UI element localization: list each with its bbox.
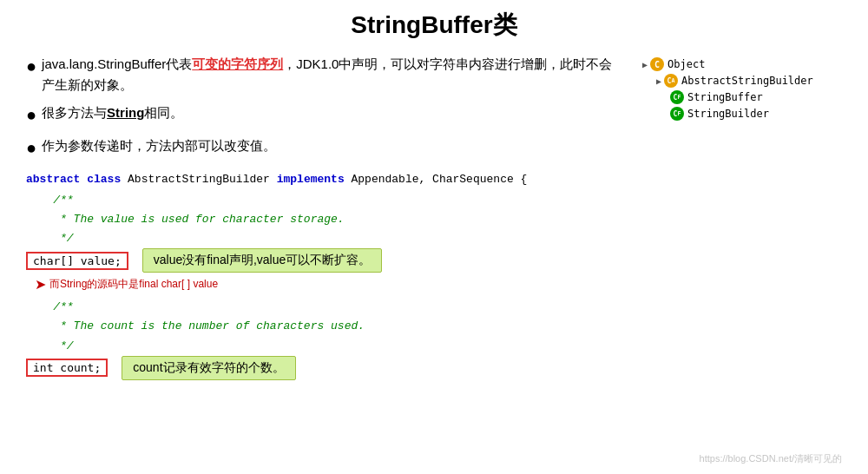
count-annotation: count记录有效字符的个数。: [122, 356, 295, 380]
bullet-dot-3: ●: [26, 134, 36, 161]
tree-label-sbuilder: StringBuilder: [687, 108, 769, 120]
class-decl-line: abstract class AbstractStringBuilder imp…: [26, 170, 625, 189]
page-container: StringBuffer类 ● java.lang.StringBuffer代表…: [0, 0, 868, 474]
bullet-text-2: 很多方法与String相同。: [42, 102, 183, 123]
comment1-block: /** * The value is used for character st…: [26, 191, 625, 248]
comment1-line3: */: [26, 229, 625, 248]
highlight-text-1: 可变的字符序列: [192, 56, 283, 71]
tree-label-object: Object: [667, 58, 705, 70]
comment2-line1: /**: [26, 298, 625, 317]
left-content: ● java.lang.StringBuffer代表可变的字符序列，JDK1.0…: [26, 54, 625, 384]
arrow-annotation: ➤ 而String的源码中是final char[ ] value: [35, 276, 625, 293]
tree-label-sb: StringBuffer: [687, 91, 763, 103]
right-content: ▶ C Object ▶ CA AbstractStringBuilder CF…: [642, 54, 842, 384]
bullet-text-3: 作为参数传递时，方法内部可以改变值。: [42, 135, 276, 156]
tree-item-object: ▶ C Object: [642, 57, 842, 71]
class-declaration: abstract class AbstractStringBuilder imp…: [26, 170, 625, 189]
tree-label-asb: AbstractStringBuilder: [681, 75, 813, 87]
bullet-item-3: ● 作为参数传递时，方法内部可以改变值。: [26, 135, 625, 161]
watermark: https://blog.CSDN.net/清晰可见的: [700, 452, 842, 465]
tree-item-sb: CF StringBuffer: [670, 90, 842, 104]
value-annotation: value没有final声明,value可以不断扩容。: [142, 248, 383, 273]
count-box: int count;: [26, 359, 108, 377]
tree-icon-object: C: [650, 57, 664, 71]
class-tree: ▶ C Object ▶ CA AbstractStringBuilder CF…: [642, 57, 842, 121]
bullet-dot-2: ●: [26, 101, 36, 128]
tree-icon-asb: CA: [664, 74, 678, 88]
code-area: abstract class AbstractStringBuilder imp…: [26, 170, 625, 380]
comment2-line3: */: [26, 337, 625, 356]
bullet-item-2: ● 很多方法与String相同。: [26, 102, 625, 128]
tree-icon-sb: CF: [670, 90, 684, 104]
comment2-line2: * The count is the number of characters …: [26, 317, 625, 336]
bullet-list: ● java.lang.StringBuffer代表可变的字符序列，JDK1.0…: [26, 54, 625, 161]
bullet-item-1: ● java.lang.StringBuffer代表可变的字符序列，JDK1.0…: [26, 54, 625, 95]
page-title: StringBuffer类: [26, 9, 842, 42]
arrow-icon: ➤: [35, 276, 46, 293]
value-box: char[] value;: [26, 252, 128, 270]
tree-item-sbuilder: CF StringBuilder: [670, 107, 842, 121]
comment1-line1: /**: [26, 191, 625, 210]
tree-arrow-object: ▶: [642, 60, 648, 69]
comment2-block: /** * The count is the number of charact…: [26, 298, 625, 355]
tree-icon-sbuilder: CF: [670, 107, 684, 121]
content-area: ● java.lang.StringBuffer代表可变的字符序列，JDK1.0…: [26, 54, 842, 384]
comment1-line2: * The value is used for character storag…: [26, 210, 625, 229]
arrow-container: ➤ 而String的源码中是final char[ ] value: [26, 276, 625, 293]
count-row: int count; count记录有效字符的个数。: [26, 356, 625, 380]
value-row: char[] value; value没有final声明,value可以不断扩容…: [26, 248, 625, 273]
tree-item-asb: ▶ CA AbstractStringBuilder: [656, 74, 842, 88]
bullet-dot-1: ●: [26, 52, 36, 80]
tree-arrow-asb: ▶: [656, 76, 661, 86]
bullet-text-1: java.lang.StringBuffer代表可变的字符序列，JDK1.0中声…: [42, 54, 625, 95]
